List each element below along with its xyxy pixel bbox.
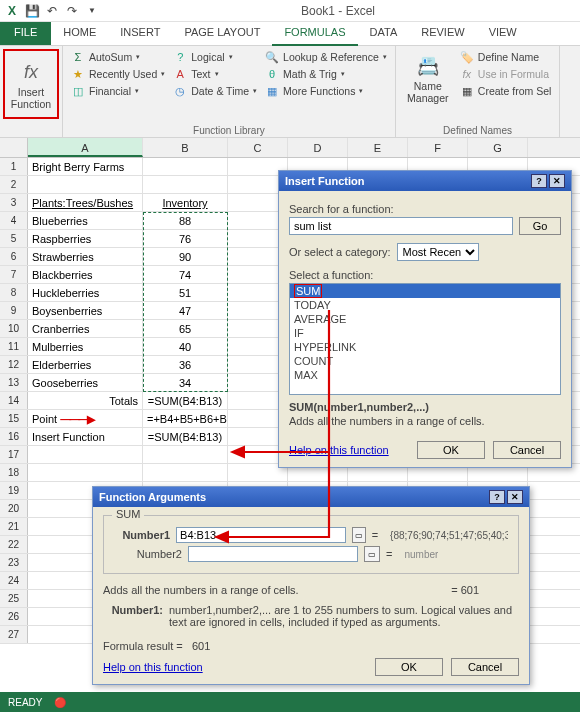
qat-dropdown-icon[interactable]: ▼ bbox=[84, 3, 100, 19]
cell[interactable]: Blueberries bbox=[28, 212, 143, 229]
tab-formulas[interactable]: FORMULAS bbox=[272, 22, 357, 46]
use-in-formula-menu[interactable]: fxUse in Formula bbox=[458, 66, 554, 82]
function-item[interactable]: AVERAGE bbox=[290, 312, 560, 326]
row-header[interactable]: 8 bbox=[0, 284, 28, 301]
cell[interactable]: Blackberries bbox=[28, 266, 143, 283]
autosum-menu[interactable]: ΣAutoSum ▾ bbox=[69, 49, 167, 65]
collapse-dialog-icon[interactable]: ▭ bbox=[364, 546, 380, 562]
math-menu[interactable]: θMath & Trig ▾ bbox=[263, 66, 389, 82]
cell[interactable]: 47 bbox=[143, 302, 228, 319]
row-header[interactable]: 7 bbox=[0, 266, 28, 283]
cell[interactable] bbox=[143, 158, 228, 175]
cell[interactable]: =+B4+B5+B6+B7 bbox=[143, 410, 228, 427]
lookup-menu[interactable]: 🔍Lookup & Reference ▾ bbox=[263, 49, 389, 65]
cancel-button[interactable]: Cancel bbox=[493, 441, 561, 459]
row-header[interactable]: 3 bbox=[0, 194, 28, 211]
recently-used-menu[interactable]: ★Recently Used ▾ bbox=[69, 66, 167, 82]
function-item[interactable]: MAX bbox=[290, 368, 560, 382]
cell[interactable]: Point ———▶ bbox=[28, 410, 143, 427]
function-list[interactable]: SUM TODAY AVERAGE IF HYPERLINK COUNT MAX bbox=[289, 283, 561, 395]
col-header-d[interactable]: D bbox=[288, 138, 348, 157]
row-header[interactable]: 15 bbox=[0, 410, 28, 427]
cell[interactable]: 65 bbox=[143, 320, 228, 337]
row-header[interactable]: 21 bbox=[0, 518, 28, 535]
ok-button[interactable]: OK bbox=[375, 658, 443, 676]
ok-button[interactable]: OK bbox=[417, 441, 485, 459]
row-header[interactable]: 1 bbox=[0, 158, 28, 175]
row-header[interactable]: 4 bbox=[0, 212, 28, 229]
row-header[interactable]: 10 bbox=[0, 320, 28, 337]
cell[interactable] bbox=[143, 176, 228, 193]
cell[interactable]: 88 bbox=[143, 212, 228, 229]
function-item[interactable]: IF bbox=[290, 326, 560, 340]
cell[interactable] bbox=[143, 464, 228, 481]
cell[interactable]: Mulberries bbox=[28, 338, 143, 355]
cell[interactable]: =SUM(B4:B13) bbox=[143, 392, 228, 409]
row-header[interactable]: 23 bbox=[0, 554, 28, 571]
tab-pagelayout[interactable]: PAGE LAYOUT bbox=[172, 22, 272, 45]
datetime-menu[interactable]: ◷Date & Time ▾ bbox=[171, 83, 259, 99]
cell[interactable]: Strawberries bbox=[28, 248, 143, 265]
row-header[interactable]: 17 bbox=[0, 446, 28, 463]
redo-icon[interactable]: ↷ bbox=[64, 3, 80, 19]
row-header[interactable]: 11 bbox=[0, 338, 28, 355]
cell[interactable]: 90 bbox=[143, 248, 228, 265]
cell[interactable]: Elderberries bbox=[28, 356, 143, 373]
col-header-a[interactable]: A bbox=[28, 138, 143, 157]
col-header-f[interactable]: F bbox=[408, 138, 468, 157]
close-icon[interactable]: ✕ bbox=[507, 490, 523, 504]
row-header[interactable]: 25 bbox=[0, 590, 28, 607]
cell[interactable]: Totals bbox=[28, 392, 143, 409]
row-header[interactable]: 2 bbox=[0, 176, 28, 193]
define-name-menu[interactable]: 🏷️Define Name bbox=[458, 49, 554, 65]
cell[interactable]: Plants:Trees/Bushes bbox=[28, 194, 143, 211]
cell[interactable] bbox=[28, 464, 143, 481]
cell[interactable]: 76 bbox=[143, 230, 228, 247]
col-header-e[interactable]: E bbox=[348, 138, 408, 157]
help-link[interactable]: Help on this function bbox=[289, 444, 389, 456]
cancel-button[interactable]: Cancel bbox=[451, 658, 519, 676]
function-item-sum[interactable]: SUM bbox=[290, 284, 560, 298]
help-icon[interactable]: ? bbox=[531, 174, 547, 188]
row-header[interactable]: 18 bbox=[0, 464, 28, 481]
tab-view[interactable]: VIEW bbox=[477, 22, 529, 45]
function-item[interactable]: HYPERLINK bbox=[290, 340, 560, 354]
cell[interactable]: Raspberries bbox=[28, 230, 143, 247]
cell[interactable]: 51 bbox=[143, 284, 228, 301]
undo-icon[interactable]: ↶ bbox=[44, 3, 60, 19]
macro-record-icon[interactable]: 🔴 bbox=[54, 697, 66, 708]
function-arguments-titlebar[interactable]: Function Arguments ? ✕ bbox=[93, 487, 529, 507]
help-icon[interactable]: ? bbox=[489, 490, 505, 504]
create-from-selection[interactable]: ▦Create from Sel bbox=[458, 83, 554, 99]
col-header-b[interactable]: B bbox=[143, 138, 228, 157]
cell[interactable]: Insert Function bbox=[28, 428, 143, 445]
number2-input[interactable] bbox=[188, 546, 358, 562]
select-all-corner[interactable] bbox=[0, 138, 28, 157]
row-header[interactable]: 20 bbox=[0, 500, 28, 517]
insert-function-titlebar[interactable]: Insert Function ? ✕ bbox=[279, 171, 571, 191]
row-header[interactable]: 5 bbox=[0, 230, 28, 247]
insert-function-button[interactable]: fx InsertFunction bbox=[3, 49, 59, 119]
row-header[interactable]: 26 bbox=[0, 608, 28, 625]
row-header[interactable]: 6 bbox=[0, 248, 28, 265]
row-header[interactable]: 16 bbox=[0, 428, 28, 445]
close-icon[interactable]: ✕ bbox=[549, 174, 565, 188]
col-header-g[interactable]: G bbox=[468, 138, 528, 157]
cell[interactable]: 34 bbox=[143, 374, 228, 391]
row-header[interactable]: 19 bbox=[0, 482, 28, 499]
tab-review[interactable]: REVIEW bbox=[409, 22, 476, 45]
category-select[interactable]: Most Recen bbox=[397, 243, 479, 261]
cell[interactable]: Bright Berry Farms bbox=[28, 158, 143, 175]
tab-file[interactable]: FILE bbox=[0, 22, 51, 45]
cell[interactable]: Huckleberries bbox=[28, 284, 143, 301]
row-header[interactable]: 9 bbox=[0, 302, 28, 319]
cell[interactable] bbox=[28, 446, 143, 463]
cell[interactable] bbox=[143, 446, 228, 463]
collapse-dialog-icon[interactable]: ▭ bbox=[352, 527, 366, 543]
cell[interactable] bbox=[28, 176, 143, 193]
cell[interactable]: 74 bbox=[143, 266, 228, 283]
text-menu[interactable]: AText ▾ bbox=[171, 66, 259, 82]
row-header[interactable]: 14 bbox=[0, 392, 28, 409]
cell[interactable]: 36 bbox=[143, 356, 228, 373]
number1-input[interactable] bbox=[176, 527, 346, 543]
